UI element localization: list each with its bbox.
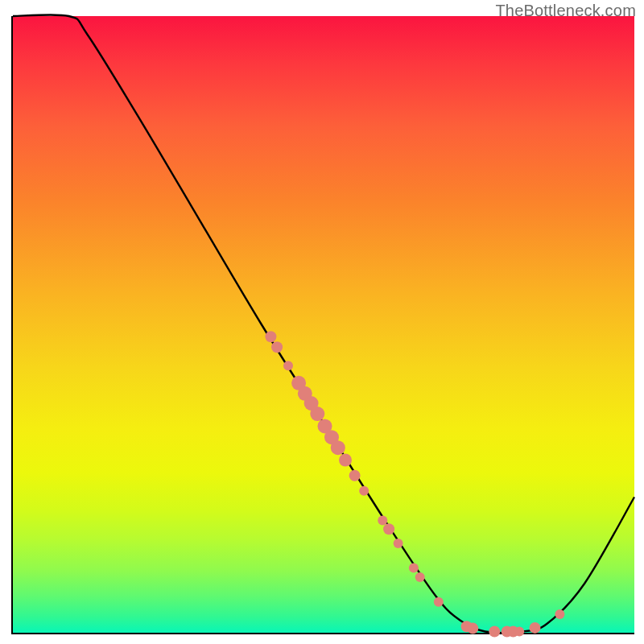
data-marker — [415, 572, 425, 582]
data-marker — [349, 470, 361, 481]
chart-svg — [13, 16, 634, 633]
data-marker — [434, 597, 444, 607]
data-marker — [394, 539, 403, 548]
data-marker — [514, 627, 524, 637]
data-marker — [310, 407, 324, 421]
data-marker — [283, 361, 293, 370]
bottleneck-curve — [13, 14, 634, 633]
data-marker — [339, 454, 352, 467]
data-marker — [530, 622, 541, 634]
plot-area — [11, 16, 634, 634]
data-marker — [271, 341, 283, 353]
data-marker — [467, 623, 478, 634]
chart-container: TheBottleneck.com — [0, 0, 644, 644]
data-marker — [265, 331, 276, 342]
data-marker — [489, 626, 500, 638]
data-marker — [383, 523, 394, 535]
data-marker — [409, 564, 419, 573]
data-marker — [555, 609, 564, 619]
data-markers — [265, 331, 564, 637]
data-marker — [331, 440, 345, 455]
data-marker — [359, 486, 369, 496]
data-marker — [378, 516, 387, 526]
